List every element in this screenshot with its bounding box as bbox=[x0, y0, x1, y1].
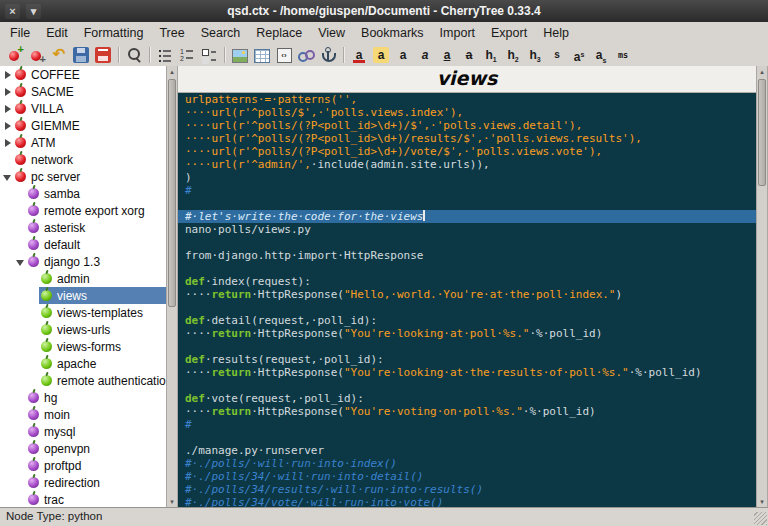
h1-button[interactable]: h bbox=[480, 44, 502, 65]
tree-node-network[interactable]: network bbox=[0, 151, 166, 168]
bold-button[interactable]: a bbox=[392, 44, 414, 65]
editor-line[interactable] bbox=[185, 431, 752, 444]
editor-scrollbar-thumb[interactable] bbox=[758, 79, 766, 186]
editor-line[interactable]: # bbox=[185, 184, 752, 197]
tree-node-moin[interactable]: moin bbox=[0, 406, 166, 423]
menu-help[interactable]: Help bbox=[535, 24, 577, 42]
h2-button[interactable]: h bbox=[502, 44, 524, 65]
editor-line[interactable] bbox=[185, 340, 752, 353]
tree-node-apache[interactable]: apache bbox=[0, 355, 166, 372]
menu-file[interactable]: File bbox=[2, 24, 38, 42]
tree-scrollbar-thumb[interactable] bbox=[168, 79, 176, 307]
tree-node-remote-export-xorg[interactable]: remote export xorg bbox=[0, 202, 166, 219]
expand-arrow-icon[interactable] bbox=[2, 117, 13, 134]
editor-line[interactable] bbox=[185, 236, 752, 249]
editor-line-selected[interactable]: #·let's·write·the·code·for·the·views bbox=[178, 210, 756, 223]
editor-line[interactable]: def·vote(request,·poll_id): bbox=[185, 392, 752, 405]
editor-line[interactable]: from·django.http·import·HttpResponse bbox=[185, 249, 752, 262]
tree-scrollbar[interactable]: ▴ ▾ bbox=[166, 66, 178, 508]
underline-button[interactable]: a bbox=[436, 44, 458, 65]
tree-node-giemme[interactable]: GIEMME bbox=[0, 117, 166, 134]
editor-line[interactable]: ····return·HttpResponse("You're·voting·o… bbox=[185, 405, 752, 418]
tree-node-views-urls[interactable]: views-urls bbox=[0, 321, 166, 338]
menu-import[interactable]: Import bbox=[432, 24, 483, 42]
small-button[interactable]: s bbox=[546, 44, 568, 65]
editor-scrollbar[interactable]: ▴ ▾ bbox=[756, 66, 768, 508]
undo-button[interactable]: ↶ bbox=[48, 44, 70, 65]
find-button[interactable] bbox=[123, 44, 145, 65]
tree-node-views[interactable]: views bbox=[0, 287, 166, 304]
insert-node-button[interactable] bbox=[4, 44, 26, 65]
tree-node-proftpd[interactable]: proftpd bbox=[0, 457, 166, 474]
tree-node-default[interactable]: default bbox=[0, 236, 166, 253]
editor-line[interactable]: ····return·HttpResponse("Hello,·world.·Y… bbox=[185, 288, 752, 301]
editor-line[interactable]: ····url(r'^polls/(?P<poll_id>\d+)/vote/$… bbox=[185, 145, 752, 158]
menu-export[interactable]: Export bbox=[483, 24, 535, 42]
editor-line[interactable]: #·./polls/34/·will·run·into·detail() bbox=[185, 470, 752, 483]
editor-line[interactable]: #·./polls/·will·run·into·index() bbox=[185, 457, 752, 470]
todo-list-button[interactable] bbox=[198, 44, 220, 65]
collapse-arrow-icon[interactable] bbox=[15, 253, 26, 270]
insert-subnode-button[interactable] bbox=[26, 44, 48, 65]
tree-node-trac[interactable]: trac bbox=[0, 491, 166, 508]
insert-image-button[interactable] bbox=[229, 44, 251, 65]
foreground-color-button[interactable]: a bbox=[348, 44, 370, 65]
insert-codebox-button[interactable]: ‹› bbox=[273, 44, 295, 65]
tree-node-django-1-3[interactable]: django 1.3 bbox=[0, 253, 166, 270]
window-menu-icon[interactable]: ▾ bbox=[26, 4, 41, 19]
tree-node-mysql[interactable]: mysql bbox=[0, 423, 166, 440]
tree-node-sacme[interactable]: SACME bbox=[0, 83, 166, 100]
superscript-button[interactable]: a bbox=[568, 44, 590, 65]
editor-line[interactable] bbox=[185, 301, 752, 314]
numbered-list-button[interactable] bbox=[176, 44, 198, 65]
export-pdf-button[interactable] bbox=[92, 44, 114, 65]
tree-node-coffee[interactable]: COFFEE bbox=[0, 66, 166, 83]
collapse-arrow-icon[interactable] bbox=[2, 168, 13, 185]
editor-line[interactable]: urlpatterns·=·patterns('', bbox=[185, 93, 752, 106]
menu-replace[interactable]: Replace bbox=[248, 24, 310, 42]
editor-line[interactable]: #·./polls/34/results/·will·run·into·resu… bbox=[185, 483, 752, 496]
menu-tree[interactable]: Tree bbox=[151, 24, 192, 42]
editor-line[interactable]: # bbox=[185, 418, 752, 431]
tree-node-samba[interactable]: samba bbox=[0, 185, 166, 202]
editor-line[interactable]: ····return·HttpResponse("You're·looking·… bbox=[185, 327, 752, 340]
editor-line[interactable]: ····url(r'^polls/(?P<poll_id>\d+)/result… bbox=[185, 132, 752, 145]
h3-button[interactable]: h bbox=[524, 44, 546, 65]
menu-formatting[interactable]: Formatting bbox=[76, 24, 152, 42]
tree-node-hg[interactable]: hg bbox=[0, 389, 166, 406]
editor-line[interactable]: def·results(request,·poll_id): bbox=[185, 353, 752, 366]
editor-text-area[interactable]: urlpatterns·=·patterns('',····url(r'^pol… bbox=[178, 93, 756, 508]
insert-anchor-button[interactable] bbox=[317, 44, 339, 65]
expand-arrow-icon[interactable] bbox=[2, 100, 13, 117]
tree-node-remote-authentication[interactable]: remote authentication bbox=[0, 372, 166, 389]
tree-node-admin[interactable]: admin bbox=[0, 270, 166, 287]
bulleted-list-button[interactable] bbox=[154, 44, 176, 65]
tree-node-pc-server[interactable]: pc server bbox=[0, 168, 166, 185]
menu-view[interactable]: View bbox=[310, 24, 353, 42]
editor-line[interactable]: ) bbox=[185, 171, 752, 184]
editor-line[interactable]: ····url(r'^polls/$',·'polls.views.index'… bbox=[185, 106, 752, 119]
menu-search[interactable]: Search bbox=[193, 24, 249, 42]
editor-line[interactable]: ····url(r'^admin/',·include(admin.site.u… bbox=[185, 158, 752, 171]
close-icon[interactable]: × bbox=[5, 4, 20, 19]
editor-line[interactable] bbox=[185, 379, 752, 392]
tree-node-views-templates[interactable]: views-templates bbox=[0, 304, 166, 321]
insert-link-button[interactable] bbox=[295, 44, 317, 65]
expand-arrow-icon[interactable] bbox=[2, 66, 13, 83]
monospace-button[interactable]: ms bbox=[612, 44, 634, 65]
tree-node-redirection[interactable]: redirection bbox=[0, 474, 166, 491]
editor-line[interactable]: ····return·HttpResponse("You're·looking·… bbox=[185, 366, 752, 379]
tree-node-openvpn[interactable]: openvpn bbox=[0, 440, 166, 457]
save-button[interactable] bbox=[70, 44, 92, 65]
expand-arrow-icon[interactable] bbox=[2, 134, 13, 151]
editor-line[interactable]: ./manage.py·runserver bbox=[185, 444, 752, 457]
strikethrough-button[interactable]: a bbox=[458, 44, 480, 65]
background-color-button[interactable]: a bbox=[370, 44, 392, 65]
editor-line[interactable]: def·index(request): bbox=[185, 275, 752, 288]
tree-node-villa[interactable]: VILLA bbox=[0, 100, 166, 117]
editor-line[interactable]: nano·polls/views.py bbox=[185, 223, 752, 236]
editor-scroll-up-icon[interactable]: ▴ bbox=[757, 66, 767, 78]
italic-button[interactable]: a bbox=[414, 44, 436, 65]
editor-line[interactable] bbox=[185, 197, 752, 210]
editor-line[interactable] bbox=[185, 262, 752, 275]
